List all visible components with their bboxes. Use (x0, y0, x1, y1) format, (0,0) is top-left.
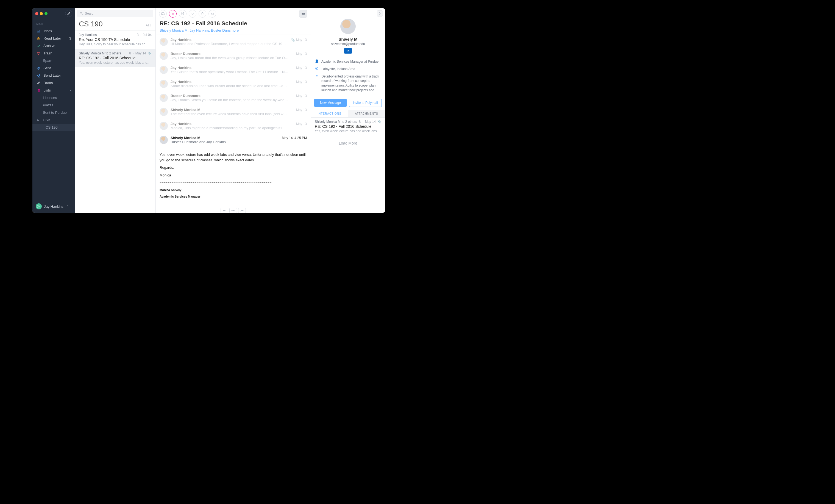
search-input[interactable]: Search (77, 10, 153, 17)
sidebar-item-label: Sent to Purdue (43, 110, 67, 115)
trash-icon (201, 12, 204, 16)
sidebar-item-label: Lists (43, 88, 51, 92)
sender-avatar (160, 52, 168, 60)
chevron-up-icon: ⌃ (66, 205, 68, 208)
sidebar-item-sent-to-purdue[interactable]: Sent to Purdue (33, 109, 75, 116)
traffic-minimize[interactable] (40, 12, 43, 15)
sender-name: Buster Dunsmore (170, 52, 201, 56)
paperclip-icon: 📎 (378, 120, 381, 123)
thread-participants[interactable]: Shively Monica M, Jay Hankins, Buster Du… (160, 28, 307, 33)
thread-message-collapsed[interactable]: Jay HankinsMay 13Some discussion I had w… (156, 77, 311, 91)
traffic-zoom[interactable] (44, 12, 47, 15)
message-body: Yes, even week lecture has odd week labs… (156, 147, 311, 206)
sidebar-item-spam[interactable]: Spam (33, 57, 75, 64)
sidebar: MAIL InboxRead Later3ArchiveTrashSpamSen… (33, 8, 75, 213)
message-time: May 14, 4:25 PM (282, 136, 307, 140)
load-more-button[interactable]: Load More (311, 136, 385, 150)
sender-avatar (160, 122, 168, 130)
thread-message-collapsed[interactable]: Jay HankinsMay 13Yes Buster, that's more… (156, 63, 311, 77)
contact-name: Shively M (339, 37, 357, 41)
sidebar-item-usb[interactable]: ▶USB (33, 116, 75, 124)
message-list-item[interactable]: Jay Hankins3·Jul 04Re: Your CS 190 TA Sc… (75, 31, 156, 49)
thread-message-collapsed[interactable]: Jay HankinsMay 13Monica, This might be a… (156, 119, 311, 133)
tab-attachments[interactable]: ATTACHMENTS (348, 110, 385, 117)
sidebar-item-send-later[interactable]: Send Later (33, 72, 75, 79)
message-preview: Yes Buster, that's more specifically wha… (170, 70, 307, 74)
bio-icon: ≡ (315, 74, 319, 94)
sidebar-item-licenses[interactable]: Licenses (33, 94, 75, 101)
toolbar-list-button[interactable] (169, 10, 177, 18)
message-list-item[interactable]: Shively Monica M to 2 others8·May 14📎RE:… (75, 49, 156, 67)
message-preview: Jay, I think you mean that the even-week… (170, 56, 307, 60)
sender-name: Shively Monica M (170, 136, 200, 140)
location-icon: ⦿ (315, 67, 319, 72)
collapse-pane-button[interactable] (377, 11, 383, 17)
toolbar-inbox-button[interactable] (159, 10, 167, 18)
sidebar-item-sent[interactable]: Sent (33, 64, 75, 72)
reply-all-button[interactable] (229, 208, 237, 213)
contact-email[interactable]: shivelmm@purdue.edu (331, 42, 365, 46)
contact-location: Lafayette, Indiana Area (321, 67, 381, 72)
traffic-close[interactable] (35, 12, 38, 15)
paperclip-icon: 📎 (291, 38, 295, 42)
toolbar-activity-button[interactable] (299, 10, 307, 18)
toolbar-trash-button[interactable] (199, 10, 206, 18)
linkedin-badge[interactable]: in (344, 48, 352, 54)
search-placeholder: Search (85, 12, 95, 15)
sidebar-item-trash[interactable]: Trash (33, 49, 75, 57)
sender-avatar (160, 136, 168, 144)
sidebar-badge: 3 (69, 37, 71, 40)
sidebar-item-drafts[interactable]: Drafts (33, 79, 75, 86)
sidebar-item-piazza[interactable]: Piazza (33, 101, 75, 109)
thread-message-collapsed[interactable]: Jay Hankins📎 May 13Hi Monica and Profess… (156, 35, 311, 49)
lists-icon (36, 88, 41, 92)
contact-title: Academic Services Manager at Purdue (321, 59, 381, 64)
message-count: 3 (137, 33, 139, 37)
sidebar-item-read-later[interactable]: Read Later3 (33, 35, 75, 42)
message-preview: The fact that the even lecture week stud… (170, 112, 307, 116)
sidebar-item-lists[interactable]: Lists▾ (33, 86, 75, 94)
sidebar-item-cs-190[interactable]: CS 190 (33, 124, 75, 131)
message-time: May 13 (296, 80, 307, 84)
thread-message-collapsed[interactable]: Buster DunsmoreMay 13Jay, Thanks. When y… (156, 91, 311, 105)
reply-bar (156, 206, 311, 213)
check-icon (191, 12, 195, 16)
compose-button[interactable] (65, 10, 72, 17)
list-filter[interactable]: ALL (146, 24, 151, 27)
message-time: May 13 (296, 66, 307, 70)
toolbar-unread-button[interactable] (208, 10, 216, 18)
tab-interactions[interactable]: INTERACTIONS (311, 110, 348, 117)
thread-message-collapsed[interactable]: Shively Monica MMay 13The fact that the … (156, 105, 311, 119)
message-snippet: Yes, even week lecture has odd week labs… (315, 129, 381, 133)
message-from: Shively Monica M to 2 others (315, 120, 357, 124)
svg-rect-8 (303, 14, 305, 14)
thread-column: RE: CS 192 - Fall 2016 Schedule Shively … (156, 8, 311, 213)
toolbar-done-button[interactable] (189, 10, 197, 18)
contact-pane: Shively M shivelmm@purdue.edu in 👤Academ… (311, 8, 385, 213)
sidebar-item-label: Read Later (43, 36, 61, 40)
message-snippet: Hey Julie, Sorry to hear your schedule h… (79, 42, 151, 46)
chevron-down-icon: ▾ (70, 89, 71, 92)
sender-avatar (160, 38, 168, 46)
paperclip-icon: 📎 (148, 52, 151, 55)
sendlater-icon (36, 74, 41, 78)
toolbar-snooze-button[interactable] (179, 10, 186, 18)
new-message-button[interactable]: New Message (314, 99, 347, 107)
invite-button[interactable]: Invite to Polymail (349, 99, 382, 107)
svg-point-2 (80, 12, 82, 14)
sidebar-item-inbox[interactable]: Inbox (33, 27, 75, 35)
thread-message-expanded: Shively Monica MMay 14, 4:25 PMBuster Du… (156, 133, 311, 147)
thread-message-collapsed[interactable]: Buster DunsmoreMay 13Jay, I think you me… (156, 49, 311, 63)
pencil-icon (67, 12, 70, 15)
send-icon (36, 66, 41, 70)
forward-button[interactable] (238, 208, 246, 213)
sidebar-item-archive[interactable]: Archive (33, 42, 75, 49)
sidebar-account[interactable]: JH Jay Hankins ⌃ (33, 200, 75, 213)
message-time: 📎 May 13 (291, 38, 307, 42)
message-preview: Monica, This might be a misunderstanding… (170, 126, 307, 130)
search-icon (79, 12, 83, 15)
sender-name: Shively Monica M (170, 108, 200, 112)
message-list-item[interactable]: Shively Monica M to 2 others8·May 14📎RE:… (311, 118, 385, 136)
reply-button[interactable] (221, 208, 228, 213)
contact-profile: Shively M shivelmm@purdue.edu in (311, 19, 385, 57)
